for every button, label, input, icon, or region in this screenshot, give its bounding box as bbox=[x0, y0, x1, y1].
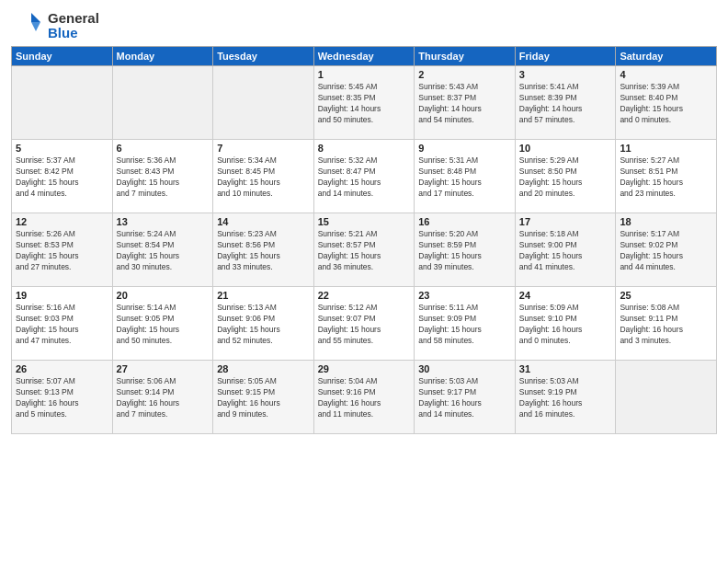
weekday-header-monday: Monday bbox=[112, 47, 213, 66]
logo: GeneralBlue bbox=[11, 9, 99, 42]
day-number: 5 bbox=[16, 143, 108, 154]
day-info: Sunrise: 5:24 AM Sunset: 8:54 PM Dayligh… bbox=[117, 229, 210, 273]
logo-text-container: GeneralBlue bbox=[48, 11, 99, 41]
day-info: Sunrise: 5:08 AM Sunset: 9:11 PM Dayligh… bbox=[620, 303, 712, 347]
day-number: 8 bbox=[318, 143, 411, 154]
day-number: 16 bbox=[418, 216, 511, 227]
calendar-cell: 16Sunrise: 5:20 AM Sunset: 8:59 PM Dayli… bbox=[415, 213, 516, 287]
day-number: 13 bbox=[117, 216, 210, 227]
day-info: Sunrise: 5:36 AM Sunset: 8:43 PM Dayligh… bbox=[117, 155, 210, 200]
day-info: Sunrise: 5:27 AM Sunset: 8:51 PM Dayligh… bbox=[620, 155, 712, 200]
calendar-cell: 10Sunrise: 5:29 AM Sunset: 8:50 PM Dayli… bbox=[515, 140, 616, 213]
logo-icon bbox=[11, 9, 44, 42]
day-info: Sunrise: 5:18 AM Sunset: 9:00 PM Dayligh… bbox=[519, 229, 612, 273]
day-number: 21 bbox=[217, 290, 310, 301]
calendar-cell: 27Sunrise: 5:06 AM Sunset: 9:14 PM Dayli… bbox=[112, 361, 213, 434]
day-info: Sunrise: 5:41 AM Sunset: 8:39 PM Dayligh… bbox=[519, 82, 612, 126]
calendar-cell: 7Sunrise: 5:34 AM Sunset: 8:45 PM Daylig… bbox=[213, 140, 314, 213]
calendar-cell: 9Sunrise: 5:31 AM Sunset: 8:48 PM Daylig… bbox=[415, 140, 516, 213]
day-number: 23 bbox=[418, 290, 511, 301]
calendar-cell: 20Sunrise: 5:14 AM Sunset: 9:05 PM Dayli… bbox=[112, 287, 213, 361]
calendar-cell: 8Sunrise: 5:32 AM Sunset: 8:47 PM Daylig… bbox=[313, 140, 415, 213]
day-number: 10 bbox=[519, 143, 612, 154]
day-number: 1 bbox=[318, 69, 411, 80]
calendar-cell: 30Sunrise: 5:03 AM Sunset: 9:17 PM Dayli… bbox=[415, 361, 516, 434]
day-info: Sunrise: 5:21 AM Sunset: 8:57 PM Dayligh… bbox=[318, 229, 411, 273]
calendar-cell: 22Sunrise: 5:12 AM Sunset: 9:07 PM Dayli… bbox=[313, 287, 415, 361]
day-info: Sunrise: 5:37 AM Sunset: 8:42 PM Dayligh… bbox=[16, 155, 108, 200]
calendar-week-row: 19Sunrise: 5:16 AM Sunset: 9:03 PM Dayli… bbox=[12, 287, 717, 361]
weekday-header-friday: Friday bbox=[515, 47, 616, 66]
calendar-cell: 24Sunrise: 5:09 AM Sunset: 9:10 PM Dayli… bbox=[515, 287, 616, 361]
calendar-cell: 4Sunrise: 5:39 AM Sunset: 8:40 PM Daylig… bbox=[616, 66, 717, 140]
calendar-table: SundayMondayTuesdayWednesdayThursdayFrid… bbox=[11, 46, 717, 434]
weekday-header-saturday: Saturday bbox=[616, 47, 717, 66]
day-info: Sunrise: 5:23 AM Sunset: 8:56 PM Dayligh… bbox=[217, 229, 310, 273]
day-number: 15 bbox=[318, 216, 411, 227]
day-info: Sunrise: 5:31 AM Sunset: 8:48 PM Dayligh… bbox=[418, 155, 511, 200]
day-info: Sunrise: 5:12 AM Sunset: 9:07 PM Dayligh… bbox=[318, 303, 411, 347]
day-number: 26 bbox=[16, 363, 108, 374]
day-info: Sunrise: 5:13 AM Sunset: 9:06 PM Dayligh… bbox=[217, 303, 310, 347]
day-number: 31 bbox=[519, 363, 612, 374]
day-number: 9 bbox=[418, 143, 511, 154]
calendar-cell: 12Sunrise: 5:26 AM Sunset: 8:53 PM Dayli… bbox=[12, 213, 113, 287]
day-number: 2 bbox=[418, 69, 511, 80]
day-number: 19 bbox=[16, 290, 108, 301]
calendar-cell: 25Sunrise: 5:08 AM Sunset: 9:11 PM Dayli… bbox=[616, 287, 717, 361]
calendar-cell: 11Sunrise: 5:27 AM Sunset: 8:51 PM Dayli… bbox=[616, 140, 717, 213]
weekday-header-thursday: Thursday bbox=[415, 47, 516, 66]
day-number: 27 bbox=[117, 363, 210, 374]
calendar-cell: 28Sunrise: 5:05 AM Sunset: 9:15 PM Dayli… bbox=[213, 361, 314, 434]
logo-blue: Blue bbox=[48, 26, 99, 41]
day-number: 22 bbox=[318, 290, 411, 301]
day-info: Sunrise: 5:14 AM Sunset: 9:05 PM Dayligh… bbox=[117, 303, 210, 347]
calendar-cell: 15Sunrise: 5:21 AM Sunset: 8:57 PM Dayli… bbox=[313, 213, 415, 287]
calendar-cell: 18Sunrise: 5:17 AM Sunset: 9:02 PM Dayli… bbox=[616, 213, 717, 287]
day-number: 29 bbox=[318, 363, 411, 374]
day-info: Sunrise: 5:26 AM Sunset: 8:53 PM Dayligh… bbox=[16, 229, 108, 273]
day-number: 3 bbox=[519, 69, 612, 80]
day-info: Sunrise: 5:43 AM Sunset: 8:37 PM Dayligh… bbox=[418, 82, 511, 126]
day-number: 20 bbox=[117, 290, 210, 301]
day-number: 14 bbox=[217, 216, 310, 227]
weekday-header-wednesday: Wednesday bbox=[313, 47, 415, 66]
day-info: Sunrise: 5:07 AM Sunset: 9:13 PM Dayligh… bbox=[16, 376, 108, 420]
day-info: Sunrise: 5:16 AM Sunset: 9:03 PM Dayligh… bbox=[16, 303, 108, 347]
day-info: Sunrise: 5:06 AM Sunset: 9:14 PM Dayligh… bbox=[117, 376, 210, 420]
day-info: Sunrise: 5:29 AM Sunset: 8:50 PM Dayligh… bbox=[519, 155, 612, 200]
calendar-cell: 2Sunrise: 5:43 AM Sunset: 8:37 PM Daylig… bbox=[415, 66, 516, 140]
weekday-header-sunday: Sunday bbox=[12, 47, 113, 66]
day-number: 11 bbox=[620, 143, 712, 154]
logo-general: General bbox=[48, 11, 99, 27]
day-info: Sunrise: 5:20 AM Sunset: 8:59 PM Dayligh… bbox=[418, 229, 511, 273]
calendar-cell: 3Sunrise: 5:41 AM Sunset: 8:39 PM Daylig… bbox=[515, 66, 616, 140]
page-container: GeneralBlue SundayMondayTuesdayWednesday… bbox=[0, 0, 728, 442]
day-number: 24 bbox=[519, 290, 612, 301]
header: GeneralBlue bbox=[11, 9, 717, 42]
calendar-cell bbox=[112, 66, 213, 140]
day-number: 12 bbox=[16, 216, 108, 227]
calendar-body: 1Sunrise: 5:45 AM Sunset: 8:35 PM Daylig… bbox=[12, 66, 717, 434]
day-number: 25 bbox=[620, 290, 712, 301]
calendar-cell: 23Sunrise: 5:11 AM Sunset: 9:09 PM Dayli… bbox=[415, 287, 516, 361]
calendar-cell: 26Sunrise: 5:07 AM Sunset: 9:13 PM Dayli… bbox=[12, 361, 113, 434]
day-number: 18 bbox=[620, 216, 712, 227]
calendar-cell: 29Sunrise: 5:04 AM Sunset: 9:16 PM Dayli… bbox=[313, 361, 415, 434]
calendar-cell: 14Sunrise: 5:23 AM Sunset: 8:56 PM Dayli… bbox=[213, 213, 314, 287]
calendar-cell: 6Sunrise: 5:36 AM Sunset: 8:43 PM Daylig… bbox=[112, 140, 213, 213]
day-number: 4 bbox=[620, 69, 712, 80]
weekday-header-row: SundayMondayTuesdayWednesdayThursdayFrid… bbox=[12, 47, 717, 66]
calendar-cell: 1Sunrise: 5:45 AM Sunset: 8:35 PM Daylig… bbox=[313, 66, 415, 140]
calendar-header: SundayMondayTuesdayWednesdayThursdayFrid… bbox=[12, 47, 717, 66]
day-number: 17 bbox=[519, 216, 612, 227]
calendar-week-row: 1Sunrise: 5:45 AM Sunset: 8:35 PM Daylig… bbox=[12, 66, 717, 140]
calendar-cell: 5Sunrise: 5:37 AM Sunset: 8:42 PM Daylig… bbox=[12, 140, 113, 213]
calendar-cell: 31Sunrise: 5:03 AM Sunset: 9:19 PM Dayli… bbox=[515, 361, 616, 434]
svg-rect-0 bbox=[11, 9, 44, 42]
calendar-cell: 21Sunrise: 5:13 AM Sunset: 9:06 PM Dayli… bbox=[213, 287, 314, 361]
calendar-cell: 19Sunrise: 5:16 AM Sunset: 9:03 PM Dayli… bbox=[12, 287, 113, 361]
day-info: Sunrise: 5:09 AM Sunset: 9:10 PM Dayligh… bbox=[519, 303, 612, 347]
day-number: 28 bbox=[217, 363, 310, 374]
calendar-cell bbox=[12, 66, 113, 140]
